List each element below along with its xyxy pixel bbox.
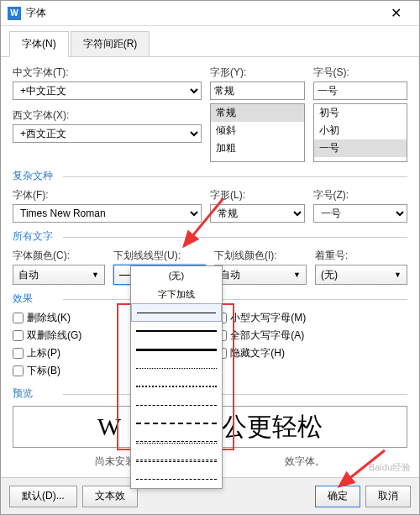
list-item[interactable]: 常规 [211,104,304,122]
check-double-strike[interactable]: 双删除线(G) [13,328,81,343]
dd-item-none[interactable]: (无) [131,266,222,285]
list-item[interactable]: 小初 [314,122,407,139]
preview-text-right: 公更轻松 [222,410,323,444]
section-alltext: 所有文字 [13,229,407,244]
tab-spacing[interactable]: 字符间距(R) [71,31,150,56]
text-effect-button[interactable]: 文本效 [82,486,138,507]
cn-font-select[interactable]: +中文正文 [13,81,202,100]
list-item[interactable]: 初号 [314,104,407,122]
section-complex: 复杂文种 [13,169,407,183]
underline-color-label: 下划线颜色(I): [214,249,307,263]
emphasis-label: 着重号: [315,249,407,263]
check-superscript[interactable]: 上标(P) [13,346,81,360]
underline-dropdown-list[interactable]: (无) 字下加线 [130,265,223,489]
complex-style-label: 字形(L): [210,188,305,202]
emphasis-dropdown[interactable]: (无)▼ [315,265,407,285]
check-subscript[interactable]: 下标(B) [13,364,81,378]
style-listbox[interactable]: 常规 倾斜 加粗 [210,103,305,162]
chevron-down-icon: ▼ [394,271,402,279]
ok-button[interactable]: 确定 [315,486,360,507]
complex-font-select[interactable]: Times New Roman [13,204,202,223]
dd-item-line[interactable] [131,340,222,359]
dd-item-line[interactable] [131,303,222,322]
complex-style-select[interactable]: 常规 [210,204,305,223]
app-icon: W [8,7,21,20]
tab-bar: 字体(N) 字符间距(R) [1,26,419,57]
font-color-dropdown[interactable]: 自动▼ [13,265,105,285]
watermark: Baidu经验 [369,461,411,474]
font-color-label: 字体颜色(C): [13,249,105,263]
dd-item-line[interactable] [131,451,222,470]
underline-color-dropdown[interactable]: 自动▼ [214,265,307,285]
titlebar: W 字体 ✕ [1,1,419,26]
west-font-select[interactable]: +西文正文 [13,124,202,143]
cancel-button[interactable]: 取消 [365,486,411,507]
dd-item-line[interactable] [131,377,222,396]
complex-size-label: 字号(Z): [313,188,408,202]
check-hidden[interactable]: 隐藏文字(H) [216,346,306,360]
dd-item-line[interactable] [131,396,222,414]
dd-item-line[interactable] [131,470,222,488]
size-listbox[interactable]: 初号 小初 一号 [313,103,408,162]
list-item[interactable]: 加粗 [211,139,304,157]
cn-font-label: 中文字体(T): [13,66,202,80]
dd-item-line[interactable] [131,433,222,451]
dd-item-line[interactable] [131,359,222,377]
check-smallcaps[interactable]: 小型大写字母(M) [216,311,306,325]
list-item[interactable]: 倾斜 [211,122,304,139]
default-button[interactable]: 默认(D)... [9,486,77,507]
chevron-down-icon: ▼ [293,271,301,279]
dd-item-line[interactable] [131,414,222,433]
list-item[interactable]: 一号 [314,139,407,157]
style-input[interactable] [210,81,305,100]
dd-item-words[interactable]: 字下加线 [131,285,222,303]
dd-item-line[interactable] [131,322,222,340]
west-font-label: 西文字体(X): [13,108,202,123]
window-title: 字体 [26,6,379,20]
preview-text-left: W [97,413,121,441]
size-label: 字号(S): [313,66,408,80]
size-input[interactable] [313,81,408,100]
underline-label: 下划线线型(U): [113,249,206,263]
close-icon[interactable]: ✕ [379,1,412,26]
style-label: 字形(Y): [210,66,305,80]
check-allcaps[interactable]: 全部大写字母(A) [216,328,306,343]
complex-size-select[interactable]: 一号 [313,204,408,223]
chevron-down-icon: ▼ [92,271,99,279]
complex-font-label: 字体(F): [13,188,202,202]
check-strikethrough[interactable]: 删除线(K) [13,311,81,325]
tab-font[interactable]: 字体(N) [9,31,69,57]
